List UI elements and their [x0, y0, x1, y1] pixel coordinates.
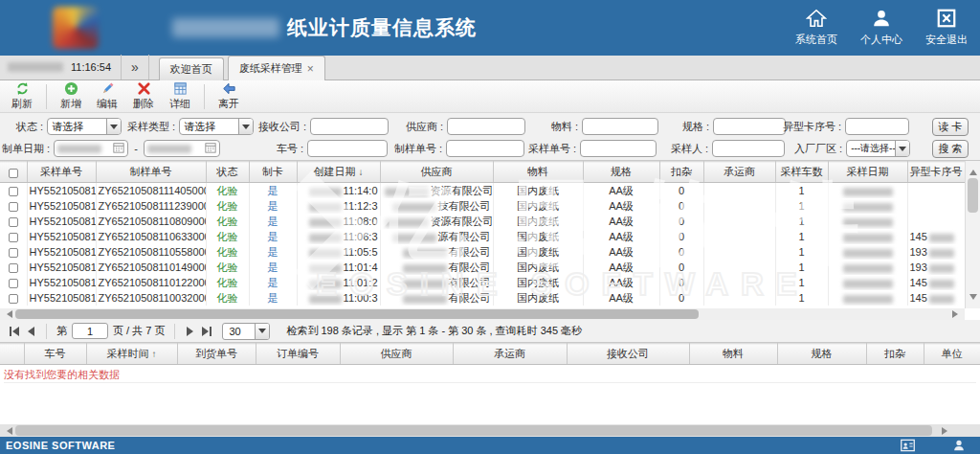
page-horizontal-scrollbar[interactable] [0, 424, 980, 437]
first-page-button[interactable] [8, 325, 21, 338]
sample-type-select[interactable]: 请选择 [179, 118, 254, 135]
table-row[interactable]: HY552105081105ZY65210508110558000471化验是1… [0, 244, 965, 260]
scroll-left-icon[interactable] [3, 310, 12, 318]
table-row[interactable]: HY552105081108ZY65210508110809000221化验是1… [0, 214, 965, 229]
nav-safe-exit[interactable]: 安全退出 [919, 7, 974, 47]
column-header[interactable]: 采样时间 ↑ [86, 344, 177, 365]
receive-company-input[interactable] [310, 118, 389, 135]
column-header[interactable]: 供应商 [380, 162, 493, 183]
scroll-down-icon[interactable] [969, 294, 977, 304]
card-serial-input[interactable] [845, 118, 909, 135]
supplier-input[interactable] [447, 118, 525, 135]
main-table: 采样单号制样单号状态制卡创建日期 ↓供应商物料规格扣杂承运商采样车数采样日期异型… [0, 161, 965, 306]
prev-page-button[interactable] [26, 325, 36, 338]
row-checkbox[interactable] [9, 233, 18, 242]
detail-button[interactable]: 详细 [162, 81, 198, 112]
row-checkbox[interactable] [9, 217, 18, 227]
filter-panel: 状态 : 请选择 采样类型 : 请选择 接收公司 : 供应商 : 物料 : [0, 113, 980, 161]
page-size-select[interactable]: 30 [222, 323, 270, 340]
column-header[interactable]: 供应商 [340, 344, 453, 365]
column-header[interactable]: 制样单号 [96, 162, 206, 183]
column-header[interactable]: 接收公司 [567, 344, 689, 365]
column-header[interactable]: 订单编号 [256, 344, 340, 365]
scrollbar-thumb[interactable] [15, 309, 699, 319]
chevron-down-icon [255, 324, 269, 339]
status-select[interactable]: 请选择 [47, 118, 122, 135]
status-bar: EOSINE SOFTWARE [0, 437, 980, 454]
next-page-button[interactable] [185, 325, 195, 338]
column-header[interactable]: 承运商 [453, 344, 567, 365]
column-header[interactable]: 单位 [924, 344, 980, 365]
column-header[interactable]: 异型卡序号 [907, 162, 965, 183]
column-header[interactable] [0, 162, 27, 183]
column-header[interactable]: 采样日期 [828, 162, 907, 183]
row-checkbox[interactable] [9, 279, 18, 288]
leave-button[interactable]: 离开 [211, 81, 247, 112]
contact-card-icon[interactable] [901, 439, 915, 452]
user-icon[interactable] [952, 439, 967, 452]
material-input[interactable] [582, 118, 658, 135]
table-row[interactable]: HY552105081101ZY65210508110149000500化验是1… [0, 260, 965, 275]
column-header[interactable]: 采样车数 [775, 162, 828, 183]
tab-waste-paper-sampling[interactable]: 废纸采样管理 × [228, 56, 325, 80]
page-number-input[interactable] [72, 323, 108, 339]
column-header[interactable]: 状态 [206, 162, 249, 183]
row-checkbox[interactable] [9, 263, 18, 273]
nav-personal-center[interactable]: 个人中心 [854, 7, 909, 47]
nav-system-home[interactable]: 系统首页 [789, 7, 844, 47]
column-header[interactable]: 采样单号 [27, 162, 96, 183]
scroll-left-icon[interactable] [3, 427, 12, 435]
scrollbar-thumb[interactable] [15, 425, 932, 436]
table-row[interactable]: HY552105081114ZY65210508111405000213化验是1… [0, 183, 965, 199]
doc-date-to-input[interactable] [144, 140, 220, 157]
read-card-button[interactable]: 读 卡 [932, 118, 969, 136]
vehicle-input[interactable] [307, 140, 388, 157]
doc-date-from-input[interactable] [54, 140, 128, 157]
vertical-scrollbar[interactable] [965, 161, 980, 308]
row-checkbox[interactable] [9, 248, 18, 258]
column-header[interactable]: 扣杂 [866, 344, 924, 365]
column-header[interactable]: 扣杂 [659, 162, 703, 183]
table-row[interactable]: HY552105081106ZY65210508110633000278化验是1… [0, 229, 965, 244]
scroll-right-icon[interactable] [942, 427, 951, 435]
column-header[interactable]: 物料 [493, 162, 583, 183]
refresh-button[interactable]: 刷新 [4, 81, 40, 112]
calendar-icon [113, 142, 124, 155]
column-header[interactable]: 创建日期 ↓ [297, 162, 380, 183]
column-header[interactable]: 车号 [24, 344, 86, 365]
sampler-input[interactable] [712, 140, 785, 157]
sample-no-input[interactable] [580, 140, 657, 157]
search-button[interactable]: 搜 索 [932, 140, 969, 158]
delete-button[interactable]: 删除 [125, 81, 162, 112]
scroll-right-icon[interactable] [952, 310, 962, 318]
row-checkbox[interactable] [9, 187, 18, 196]
tab-overflow-button[interactable]: » [122, 55, 149, 79]
scrollbar-thumb[interactable] [968, 178, 978, 213]
column-header[interactable] [0, 344, 24, 365]
tab-welcome[interactable]: 欢迎首页 [159, 57, 224, 80]
column-header[interactable]: 物料 [689, 344, 777, 365]
column-header[interactable]: 到货单号 [177, 344, 256, 365]
select-all-checkbox[interactable] [9, 169, 18, 178]
company-logo [53, 7, 99, 49]
leave-icon [222, 81, 236, 96]
make-no-input[interactable] [446, 140, 524, 157]
table-row[interactable]: HY552105081112ZY65210508111239000139化验是1… [0, 198, 965, 214]
edit-button[interactable]: 编辑 [89, 81, 125, 112]
factory-area-select[interactable]: ---请选择-- [846, 140, 910, 157]
table-row[interactable]: HY552105081101ZY65210508110122000428化验是1… [0, 275, 965, 290]
column-header[interactable]: 承运商 [703, 162, 775, 183]
horizontal-scrollbar[interactable] [0, 308, 965, 320]
scroll-up-icon[interactable] [969, 166, 977, 175]
header-nav: 系统首页 个人中心 安全退出 [789, 7, 974, 47]
table-row[interactable]: HY552105081100ZY65210508110032000500化验是1… [0, 290, 965, 306]
spec-input[interactable] [713, 118, 786, 135]
column-header[interactable]: 规格 [777, 344, 866, 365]
column-header[interactable]: 制卡 [249, 162, 297, 183]
last-page-button[interactable] [200, 325, 213, 338]
add-button[interactable]: 新增 [53, 81, 89, 112]
row-checkbox[interactable] [9, 294, 18, 304]
close-icon[interactable]: × [307, 64, 314, 74]
column-header[interactable]: 规格 [583, 162, 659, 183]
row-checkbox[interactable] [9, 202, 18, 212]
